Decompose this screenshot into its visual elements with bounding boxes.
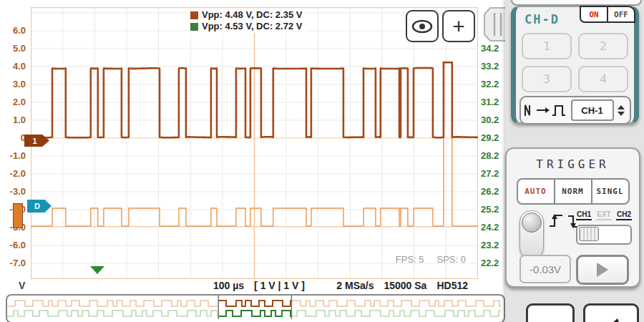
timebase-value: 100 µs: [213, 280, 244, 291]
left-axis-tick: -1.0: [0, 150, 26, 161]
right-axis-tick: 30.2: [481, 114, 499, 125]
chd-onoff-toggle: ON OFF: [580, 6, 635, 23]
collapsed-card-edge: [511, 0, 642, 6]
record-overview-strip[interactable]: [6, 294, 505, 322]
perf-stats: FPS: 5SPS: 0: [0, 254, 472, 265]
chd-bit-1-button[interactable]: 1: [522, 33, 572, 59]
left-axis-tick: 5.0: [0, 43, 26, 54]
left-axis-tick: -6.0: [0, 240, 26, 250]
right-axis-tick: 25.2: [481, 204, 499, 215]
signal-generator-button[interactable]: [526, 303, 575, 322]
right-axis-tick: 24.2: [481, 222, 499, 233]
overview-waveforms: [7, 296, 501, 319]
trigger-mode-auto[interactable]: AUTO: [518, 180, 555, 203]
control-panel: CH-D ON OFF 1 2 3 4 CH-1: [505, 0, 644, 322]
right-axis-tick: 29.2: [481, 132, 499, 143]
right-axis-tick: 27.2: [481, 168, 499, 179]
timebase-scale[interactable]: 100 µs[ 1 V | 1 V ]: [213, 280, 315, 291]
left-axis-tick: 2.0: [0, 97, 26, 107]
rising-edge-icon: [548, 212, 564, 230]
left-axis-tick: -2.0: [0, 168, 26, 179]
left-axis-tick: -3.0: [0, 186, 26, 197]
chd-bit-2-button[interactable]: 2: [578, 33, 628, 59]
waveform-plot[interactable]: [31, 7, 478, 279]
chd-source-select[interactable]: CH-1: [571, 99, 614, 121]
acq-mode: HD512: [436, 280, 468, 291]
chd-card-title: CH-D: [525, 12, 560, 26]
chd-card: CH-D ON OFF 1 2 3 4 CH-1: [511, 6, 639, 124]
trigger-edge-toggle[interactable]: [519, 210, 544, 259]
toggle-knob: [522, 213, 542, 233]
source-ext-label[interactable]: EXT: [596, 210, 611, 220]
left-axis-tick: 1.0: [0, 114, 26, 125]
analog-to-digital-icon: [521, 102, 568, 119]
chd-on-button[interactable]: ON: [581, 7, 608, 21]
chd-offset-bar[interactable]: [13, 203, 23, 228]
volt-scale-value: [ 1 V | 1 V ]: [254, 280, 305, 291]
chd-off-button[interactable]: OFF: [608, 7, 634, 21]
spinner-down-icon: [618, 112, 625, 116]
scope-display[interactable]: 6.05.04.03.02.01.00-1.0-2.0-3.0-4.0-5.0-…: [0, 0, 505, 322]
ch1-color-swatch: [190, 11, 198, 19]
right-axis-tick: 32.2: [481, 79, 499, 89]
right-axis-tick: 26.2: [481, 186, 499, 197]
trigger-source-labels: CH1 EXT CH2: [576, 210, 632, 220]
trigger-title: TRIGGER: [507, 157, 639, 171]
trigger-time-marker[interactable]: [90, 266, 104, 274]
source-ch1-label[interactable]: CH1: [576, 210, 592, 220]
sps-value: SPS: 0: [431, 254, 472, 265]
right-axis-tick: 23.2: [481, 240, 499, 250]
right-axis-tick: 33.2: [481, 61, 499, 72]
ch1-measurements: Vpp: 4.48 V, DC: 2.35 V: [202, 9, 302, 21]
chd-bit-4-button[interactable]: 4: [578, 66, 628, 92]
trigger-level-button[interactable]: -0.03V: [519, 255, 571, 283]
trigger-mode-norm[interactable]: NORM: [555, 180, 592, 203]
right-axis-tick: 22.2: [481, 258, 499, 268]
chd-source-spinner[interactable]: [618, 105, 625, 116]
left-axis-tick: 6.0: [0, 25, 26, 36]
trigger-source-slider[interactable]: [576, 225, 632, 245]
oscilloscope-app: 6.05.04.03.02.01.00-1.0-2.0-3.0-4.0-5.0-…: [0, 0, 644, 322]
source-ch2-label[interactable]: CH2: [616, 210, 632, 220]
slider-knob[interactable]: [579, 227, 599, 241]
acquisition-info: 2 MSa/s15000 SaHD512: [336, 280, 478, 291]
plus-icon: +: [452, 16, 465, 36]
right-axis-tick: 28.2: [481, 150, 499, 161]
eye-icon: [411, 19, 433, 34]
left-axis-unit: V: [19, 280, 25, 291]
measurements-button[interactable]: [583, 303, 639, 322]
trigger-mode-segmented: AUTO NORM SINGL: [517, 178, 630, 205]
visibility-button[interactable]: [406, 10, 439, 42]
coil-icon: [535, 318, 566, 322]
legend-row-ch1: Vpp: 4.48 V, DC: 2.35 V: [190, 9, 302, 21]
spinner-up-icon: [618, 105, 625, 109]
chd-bit-buttons: 1 2 3 4: [516, 33, 634, 92]
ch2-color-swatch: [190, 23, 198, 31]
chart-arrow-menu-icon: [594, 317, 628, 322]
right-axis-tick: 31.2: [481, 97, 499, 107]
right-axis-tick: 34.2: [481, 43, 499, 54]
chd-source-control[interactable]: CH-1: [519, 96, 631, 125]
sample-count: 15000 Sa: [384, 280, 426, 291]
trigger-source-switch: CH1 EXT CH2: [576, 210, 632, 245]
play-icon: [597, 263, 608, 277]
left-axis-tick: 4.0: [0, 61, 26, 72]
add-channel-button[interactable]: +: [442, 10, 475, 42]
left-axis-tick: 3.0: [0, 79, 26, 89]
legend-row-ch2: Vpp: 4.53 V, DC: 2.72 V: [190, 21, 302, 32]
ch2-measurements: Vpp: 4.53 V, DC: 2.72 V: [202, 21, 302, 32]
left-axis-tick: 0: [0, 132, 26, 143]
chd-bit-3-button[interactable]: 3: [522, 66, 572, 92]
trigger-mode-singl[interactable]: SINGL: [592, 180, 628, 203]
measurement-legend: Vpp: 4.48 V, DC: 2.35 V Vpp: 4.53 V, DC:…: [187, 9, 306, 34]
trigger-card: TRIGGER AUTO NORM SINGL: [505, 147, 640, 288]
fps-value: FPS: 5: [389, 254, 431, 265]
sample-rate: 2 MSa/s: [336, 280, 374, 291]
run-button[interactable]: [576, 255, 629, 285]
